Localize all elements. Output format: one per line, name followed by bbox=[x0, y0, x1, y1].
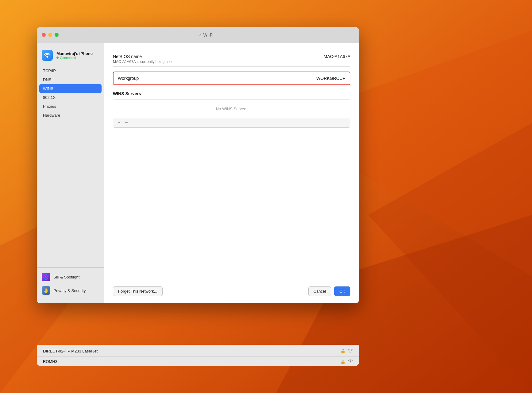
network-icon bbox=[42, 50, 53, 61]
network-list-overlay: DIRECT-92-HP M233 LaserJet 🔒 ROMH3 🔒 bbox=[37, 345, 359, 366]
add-wins-server-button[interactable]: + bbox=[116, 119, 122, 126]
lock-icon-0: 🔒 bbox=[340, 348, 345, 353]
sidebar-item-tcpip[interactable]: TCP/IP bbox=[39, 66, 102, 75]
forget-network-button[interactable]: Forget This Network... bbox=[113, 286, 163, 296]
sidebar-item-privacy[interactable]: 🤚 Privacy & Security bbox=[40, 284, 100, 297]
wins-section: WINS Servers No WINS Servers + − bbox=[113, 91, 350, 280]
svg-marker-2 bbox=[368, 123, 532, 393]
titlebar: ‹ Wi-Fi bbox=[37, 27, 359, 43]
netbios-sublabel: MAC-A1A67A is currently being used bbox=[113, 60, 173, 64]
sidebar-item-8021x[interactable]: 802.1X bbox=[39, 93, 102, 102]
status-dot bbox=[56, 56, 59, 59]
cancel-button[interactable]: Cancel bbox=[308, 286, 331, 296]
wins-list: No WINS Servers bbox=[113, 99, 350, 118]
wifi-icon-1 bbox=[348, 359, 353, 364]
netbios-value: MAC-A1A67A bbox=[324, 54, 350, 59]
netbios-label: NetBIOS name bbox=[113, 54, 173, 59]
sidebar-item-siri[interactable]: 🌀 Siri & Spotlight bbox=[40, 270, 100, 284]
network-item[interactable]: Manuviraj's iPhone Connected bbox=[37, 47, 104, 64]
network-list-item-0[interactable]: DIRECT-92-HP M233 LaserJet 🔒 bbox=[37, 345, 359, 357]
content-area: NetBIOS name MAC-A1A67A is currently bei… bbox=[104, 43, 359, 303]
remove-wins-server-button[interactable]: − bbox=[123, 119, 130, 126]
netbios-row: NetBIOS name MAC-A1A67A is currently bei… bbox=[113, 50, 350, 67]
wins-list-container: No WINS Servers + − bbox=[113, 99, 350, 128]
sidebar-item-hardware[interactable]: Hardware bbox=[39, 111, 102, 120]
footer: Forget This Network... Cancel OK bbox=[113, 280, 350, 296]
workgroup-value: WORKGROUP bbox=[316, 76, 345, 81]
network-list-item-1[interactable]: ROMH3 🔒 bbox=[37, 357, 359, 366]
netbios-section: NetBIOS name MAC-A1A67A is currently bei… bbox=[113, 50, 350, 67]
sidebar-bottom: 🌀 Siri & Spotlight 🤚 Privacy & Security bbox=[37, 267, 104, 300]
network-icons-1: 🔒 bbox=[340, 359, 353, 364]
wifi-icon-0 bbox=[348, 348, 353, 353]
network-info: Manuviraj's iPhone Connected bbox=[56, 51, 93, 60]
workgroup-row[interactable]: Workgroup WORKGROUP bbox=[113, 72, 350, 85]
network-name: Manuviraj's iPhone bbox=[56, 51, 93, 56]
network-name-1: ROMH3 bbox=[43, 359, 57, 364]
window-body: Manuviraj's iPhone Connected TCP/IP DNS … bbox=[37, 43, 359, 303]
traffic-lights bbox=[42, 33, 59, 37]
network-status: Connected bbox=[56, 56, 93, 60]
maximize-button[interactable] bbox=[55, 33, 59, 37]
network-icons-0: 🔒 bbox=[340, 348, 353, 353]
siri-icon: 🌀 bbox=[42, 273, 50, 281]
lock-icon-1: 🔒 bbox=[340, 359, 345, 364]
wins-title: WINS Servers bbox=[113, 91, 350, 96]
main-window: ‹ Wi-Fi Manuviraj's iPhone bbox=[37, 27, 359, 303]
close-button[interactable] bbox=[42, 33, 46, 37]
netbios-label-group: NetBIOS name MAC-A1A67A is currently bei… bbox=[113, 54, 173, 64]
sidebar-item-dns[interactable]: DNS bbox=[39, 75, 102, 84]
back-button[interactable]: ‹ bbox=[199, 32, 201, 38]
ok-button[interactable]: OK bbox=[334, 286, 350, 296]
wins-toolbar: + − bbox=[113, 118, 350, 127]
footer-right: Cancel OK bbox=[308, 286, 350, 296]
svg-point-7 bbox=[350, 362, 351, 363]
workgroup-label: Workgroup bbox=[118, 76, 139, 81]
network-name-0: DIRECT-92-HP M233 LaserJet bbox=[43, 349, 98, 353]
titlebar-title: ‹ Wi-Fi bbox=[59, 32, 354, 38]
sidebar-item-wins[interactable]: WINS bbox=[39, 84, 102, 93]
sidebar: Manuviraj's iPhone Connected TCP/IP DNS … bbox=[37, 43, 104, 303]
privacy-icon: 🤚 bbox=[42, 286, 50, 295]
sidebar-item-proxies[interactable]: Proxies bbox=[39, 102, 102, 111]
sidebar-nav: TCP/IP DNS WINS 802.1X Proxies Hardware bbox=[37, 66, 104, 120]
svg-point-6 bbox=[350, 352, 351, 352]
window-title: Wi-Fi bbox=[203, 33, 214, 37]
minimize-button[interactable] bbox=[48, 33, 52, 37]
wins-empty-text: No WINS Servers bbox=[216, 107, 248, 111]
